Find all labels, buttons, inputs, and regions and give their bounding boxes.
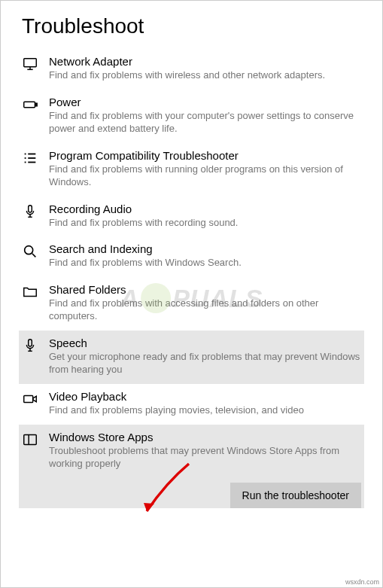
troubleshoot-item-program-compatibility[interactable]: Program Compatibility Troubleshooter Fin… xyxy=(19,143,364,197)
video-icon xyxy=(22,390,49,407)
troubleshoot-item-network-adapter[interactable]: Network Adapter Find and fix problems wi… xyxy=(19,49,364,90)
troubleshoot-item-shared-folders[interactable]: Shared Folders Find and fix problems wit… xyxy=(19,277,364,331)
item-desc: Troubleshoot problems that may prevent W… xyxy=(49,444,361,471)
action-row: Run the troubleshooter xyxy=(19,478,364,508)
microphone-icon xyxy=(22,203,49,220)
footer-text: wsxdn.com xyxy=(345,578,379,586)
troubleshoot-item-speech[interactable]: Speech Get your microphone ready and fix… xyxy=(19,331,364,384)
troubleshoot-item-windows-store-apps[interactable]: Windows Store Apps Troubleshoot problems… xyxy=(19,425,364,478)
item-desc: Find and fix problems with accessing fil… xyxy=(49,297,361,323)
svg-rect-19 xyxy=(24,395,33,402)
item-desc: Find and fix problems playing movies, te… xyxy=(49,404,361,417)
troubleshoot-item-search-indexing[interactable]: Search and Indexing Find and fix problem… xyxy=(19,236,364,277)
item-desc: Find and fix problems with your computer… xyxy=(49,109,361,136)
item-desc: Find and fix problems with wireless and … xyxy=(49,69,361,82)
item-title: Program Compatibility Troubleshooter xyxy=(49,149,361,162)
item-title: Power xyxy=(49,96,361,108)
search-icon xyxy=(22,242,49,260)
item-title: Windows Store Apps xyxy=(49,431,361,443)
troubleshoot-item-video-playback[interactable]: Video Playback Find and fix problems pla… xyxy=(19,384,364,425)
battery-icon xyxy=(22,96,49,113)
run-troubleshooter-button[interactable]: Run the troubleshooter xyxy=(230,483,361,508)
svg-rect-20 xyxy=(24,434,37,444)
page-title: Troubleshoot xyxy=(19,14,364,38)
list-icon xyxy=(22,149,49,166)
folder-icon xyxy=(22,283,49,300)
item-title: Shared Folders xyxy=(49,283,361,296)
item-desc: Find and fix problems with Windows Searc… xyxy=(49,256,361,270)
svg-point-14 xyxy=(25,246,33,254)
item-desc: Find and fix problems with recording sou… xyxy=(49,216,361,230)
item-title: Video Playback xyxy=(49,390,361,403)
item-title: Speech xyxy=(49,337,361,349)
item-title: Network Adapter xyxy=(49,55,361,68)
monitor-icon xyxy=(22,55,49,72)
store-app-icon xyxy=(22,431,49,448)
svg-rect-0 xyxy=(24,59,37,67)
svg-rect-3 xyxy=(24,102,35,107)
item-desc: Find and fix problems with running older… xyxy=(49,163,361,189)
item-desc: Get your microphone ready and fix proble… xyxy=(49,350,361,376)
svg-rect-4 xyxy=(35,103,37,106)
item-title: Recording Audio xyxy=(49,203,361,215)
svg-line-15 xyxy=(32,254,36,257)
troubleshoot-item-recording-audio[interactable]: Recording Audio Find and fix problems wi… xyxy=(19,197,364,237)
svg-rect-16 xyxy=(29,340,32,346)
svg-rect-11 xyxy=(29,205,32,212)
item-title: Search and Indexing xyxy=(49,242,361,255)
troubleshoot-item-power[interactable]: Power Find and fix problems with your co… xyxy=(19,90,364,143)
microphone-icon xyxy=(22,337,49,354)
